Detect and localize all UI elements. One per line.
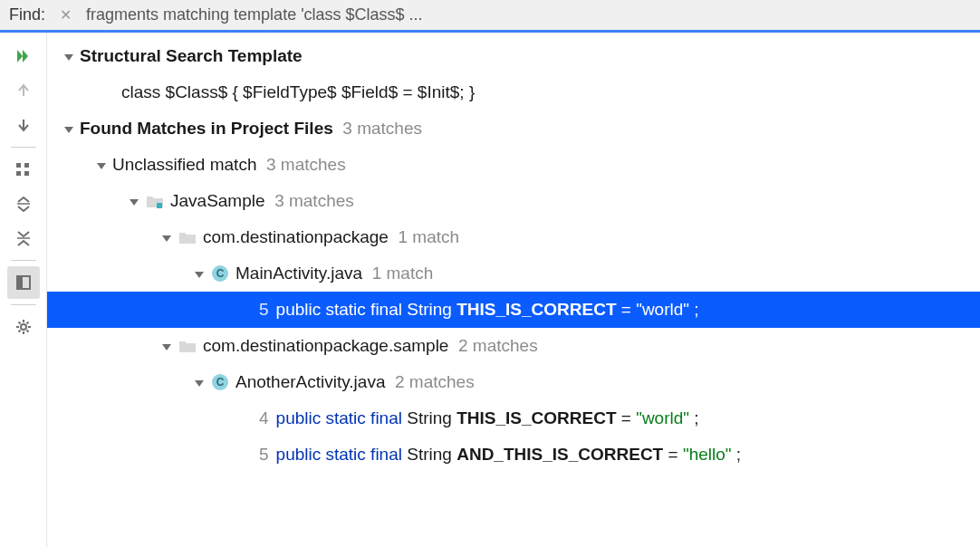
- svg-text:C: C: [216, 376, 225, 389]
- tree-node-unclassified[interactable]: Unclassified match 3 matches: [47, 147, 980, 183]
- unclassified-count: 3 matches: [266, 155, 346, 175]
- svg-rect-1: [16, 171, 21, 176]
- svg-rect-2: [24, 163, 29, 168]
- folder-icon: [178, 227, 197, 247]
- folder-icon: [178, 336, 197, 356]
- collapse-all-button[interactable]: [7, 222, 40, 254]
- file-1-count: 1 match: [372, 264, 434, 283]
- svg-rect-9: [157, 203, 162, 208]
- next-occurrence-button[interactable]: [7, 109, 40, 141]
- found-header-label: Found Matches in Project Files: [80, 119, 333, 139]
- file-2-count: 2 matches: [395, 372, 475, 392]
- tree-node-package-2[interactable]: com.destinationpackage.sample 2 matches: [47, 328, 980, 364]
- chevron-down-icon[interactable]: [62, 49, 76, 63]
- template-body-text: class $Class$ { $FieldType$ $Field$ = $I…: [121, 82, 475, 102]
- svg-rect-3: [24, 171, 29, 176]
- separator: [11, 147, 36, 148]
- template-header-label: Structural Search Template: [80, 46, 303, 66]
- close-icon[interactable]: ✕: [54, 6, 77, 24]
- svg-text:C: C: [216, 267, 225, 280]
- preview-button[interactable]: [7, 266, 40, 299]
- settings-button[interactable]: [7, 311, 40, 343]
- chevron-down-icon[interactable]: [62, 121, 76, 136]
- module-label: JavaSample: [170, 191, 265, 211]
- tree-node-module[interactable]: JavaSample 3 matches: [47, 183, 980, 219]
- tree-node-match-3[interactable]: 5 public static final String AND_THIS_IS…: [47, 437, 980, 473]
- line-number: 5: [259, 300, 269, 320]
- tree-node-file-2[interactable]: C AnotherActivity.java 2 matches: [47, 364, 980, 400]
- search-query-text[interactable]: fragments matching template 'class $Clas…: [86, 5, 423, 24]
- found-count: 3 matches: [342, 119, 422, 139]
- chevron-down-icon[interactable]: [192, 266, 207, 281]
- svg-rect-7: [17, 276, 23, 289]
- expand-all-button[interactable]: [7, 187, 40, 220]
- chevron-down-icon[interactable]: [127, 194, 141, 208]
- class-icon: C: [210, 264, 230, 283]
- tree-node-file-1[interactable]: C MainActivity.java 1 match: [47, 255, 980, 292]
- find-topbar: Find: ✕ fragments matching template 'cla…: [0, 0, 980, 33]
- tree-node-match-1[interactable]: 5 public static final String THIS_IS_COR…: [47, 292, 980, 328]
- match-code: public static final String THIS_IS_CORRE…: [276, 300, 699, 320]
- file-2-label: AnotherActivity.java: [235, 372, 385, 392]
- separator: [11, 260, 36, 261]
- package-2-count: 2 matches: [458, 336, 538, 356]
- file-1-label: MainActivity.java: [235, 264, 362, 283]
- previous-occurrence-button[interactable]: [7, 74, 40, 107]
- package-1-label: com.destinationpackage: [203, 227, 389, 247]
- module-count: 3 matches: [274, 191, 354, 211]
- match-code: public static final String AND_THIS_IS_C…: [276, 445, 742, 465]
- tree-node-package-1[interactable]: com.destinationpackage 1 match: [47, 219, 980, 255]
- group-by-button[interactable]: [7, 153, 40, 186]
- chevron-down-icon[interactable]: [159, 339, 174, 353]
- unclassified-label: Unclassified match: [112, 155, 256, 175]
- rerun-button[interactable]: [7, 40, 40, 72]
- line-number: 5: [259, 445, 269, 465]
- package-1-count: 1 match: [398, 227, 459, 247]
- svg-point-8: [21, 324, 26, 330]
- toolwindow-sidebar: [0, 33, 47, 547]
- find-label: Find:: [9, 5, 45, 24]
- tree-node-match-2[interactable]: 4 public static final String THIS_IS_COR…: [47, 400, 980, 437]
- svg-rect-0: [16, 163, 21, 168]
- chevron-down-icon[interactable]: [159, 230, 174, 245]
- line-number: 4: [259, 408, 269, 428]
- chevron-down-icon[interactable]: [192, 375, 207, 389]
- results-tree[interactable]: Structural Search Template class $Class$…: [47, 33, 980, 547]
- package-2-label: com.destinationpackage.sample: [203, 336, 448, 356]
- module-icon: [145, 191, 165, 211]
- match-code: public static final String THIS_IS_CORRE…: [276, 408, 699, 428]
- chevron-down-icon[interactable]: [94, 158, 109, 172]
- tree-node-found-header[interactable]: Found Matches in Project Files 3 matches: [47, 110, 980, 147]
- tree-node-template-header[interactable]: Structural Search Template: [47, 38, 980, 74]
- class-icon: C: [210, 372, 230, 392]
- separator: [11, 304, 36, 305]
- tree-node-template-body[interactable]: class $Class$ { $FieldType$ $Field$ = $I…: [47, 74, 980, 110]
